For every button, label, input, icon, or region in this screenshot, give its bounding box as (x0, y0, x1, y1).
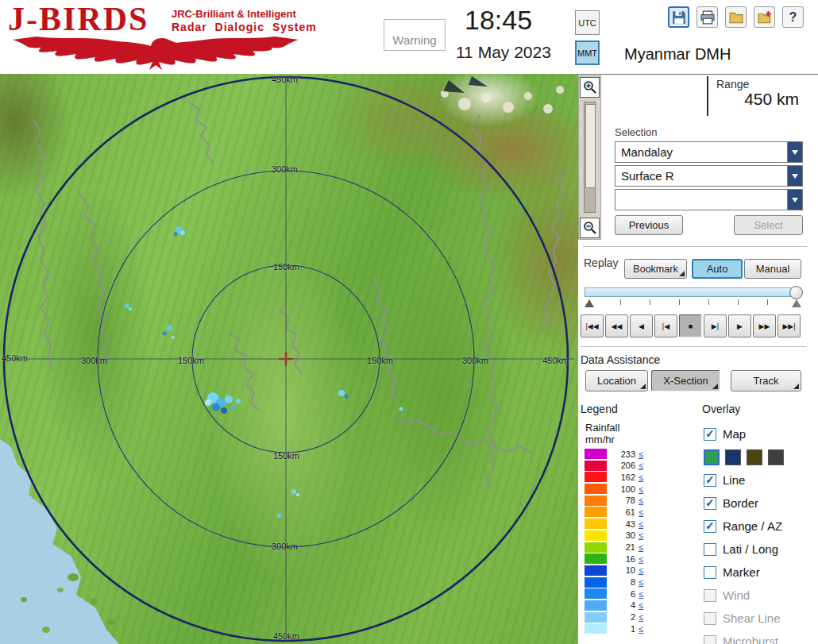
zoom-slider-thumb[interactable] (585, 104, 596, 188)
legend-lte-link[interactable]: ≤ (639, 565, 643, 575)
legend-lte-link[interactable]: ≤ (639, 589, 643, 599)
legend-value: 43 (607, 519, 637, 529)
previous-button[interactable]: Previous (615, 215, 683, 235)
zoom-out-button[interactable] (580, 218, 600, 238)
range-label: 300km (272, 164, 298, 174)
logo-subtitle-1: JRC-Brilliant & Intelligent (172, 8, 296, 20)
chevron-down-icon[interactable] (787, 190, 802, 210)
overlay-label: Shear Line (723, 611, 781, 625)
skip-end-button[interactable]: ▶▶| (777, 314, 801, 337)
help-button[interactable]: ? (782, 6, 804, 28)
timeline-handle[interactable] (789, 286, 803, 299)
folder-icon (729, 10, 743, 25)
timeline-start-marker[interactable] (585, 299, 594, 307)
skip-start-button[interactable]: |◀◀ (581, 314, 604, 337)
legend-color-swatch (585, 461, 607, 471)
legend-unit-rainfall: Rainfall (585, 422, 619, 434)
legend-color-swatch (585, 449, 607, 459)
utc-button[interactable]: UTC (575, 10, 600, 35)
legend-color-swatch (585, 577, 607, 588)
legend-color-swatch (585, 565, 607, 576)
overlay-row-shear-line: Shear Line (704, 607, 818, 630)
auto-button[interactable]: Auto (692, 259, 743, 279)
overlay-label: Wind (723, 588, 750, 602)
manual-button[interactable]: Manual (744, 259, 801, 279)
legend-lte-link[interactable]: ≤ (639, 496, 643, 505)
play-reverse-button[interactable]: ◀ (630, 314, 653, 337)
legend-lte-link[interactable]: ≤ (639, 554, 643, 564)
marker-checkbox[interactable] (704, 566, 716, 579)
track-button[interactable]: Track (731, 370, 801, 391)
option-dropdown[interactable] (615, 189, 803, 210)
map-color-gray[interactable] (768, 449, 784, 465)
timeline-track[interactable] (585, 287, 801, 297)
legend-color-swatch (585, 600, 607, 611)
border-checkbox[interactable] (704, 497, 716, 510)
step-back-button[interactable]: |◀ (654, 314, 677, 337)
site-dropdown[interactable]: Mandalay (615, 141, 803, 163)
shear-line-checkbox[interactable] (704, 612, 716, 625)
timeline-position-marker[interactable] (792, 299, 801, 307)
lati-long-checkbox[interactable] (704, 543, 716, 556)
play-button[interactable]: ▶ (728, 314, 751, 337)
replay-timeline (585, 286, 803, 313)
save-button[interactable] (668, 6, 689, 28)
map-color-green[interactable] (704, 449, 720, 465)
map-color-navy[interactable] (725, 449, 741, 465)
legend-row: 61≤ (585, 507, 643, 517)
warning-indicator[interactable]: Warning (384, 19, 446, 51)
mmt-button[interactable]: MMT (575, 40, 600, 65)
rain-echoes (125, 226, 403, 518)
bookmark-button[interactable]: Bookmark (624, 259, 687, 279)
legend-unit-mmhr: mm/hr (585, 434, 615, 445)
radar-map[interactable]: 450km 300km 150km 150km 300km 450km 450k… (0, 74, 578, 644)
overlay-label: Line (723, 473, 745, 487)
legend-lte-link[interactable]: ≤ (639, 472, 643, 482)
step-forward-button[interactable]: ▶| (704, 314, 727, 337)
legend-lte-link[interactable]: ≤ (639, 612, 643, 622)
legend-lte-link[interactable]: ≤ (639, 519, 643, 529)
map-color-olive[interactable] (747, 449, 762, 465)
x-section-button[interactable]: X-Section (651, 370, 720, 391)
legend-lte-link[interactable]: ≤ (639, 624, 643, 634)
chevron-down-icon[interactable] (787, 166, 802, 186)
legend-lte-link[interactable]: ≤ (639, 449, 643, 459)
legend-lte-link[interactable]: ≤ (639, 484, 643, 494)
legend-row: 16≤ (585, 553, 643, 564)
rewind-button[interactable]: ◀◀ (605, 314, 628, 337)
overlay-label: Border (723, 496, 758, 510)
wind-checkbox[interactable] (704, 589, 716, 602)
location-button[interactable]: Location (585, 370, 648, 391)
open-file-button[interactable] (725, 6, 747, 28)
zoom-in-button[interactable] (580, 77, 600, 98)
microburst-checkbox[interactable] (704, 635, 716, 644)
zoom-slider-track[interactable] (584, 102, 596, 213)
range-label: 450km (542, 356, 569, 365)
range-az-checkbox[interactable] (704, 520, 716, 533)
rainfall-legend: 233≤ 206≤ 162≤ 100≤ 78≤ 61≤ 43≤ 30≤ 21≤ … (585, 449, 643, 635)
fast-forward-button[interactable]: ▶▶ (753, 314, 776, 337)
separator (583, 246, 807, 248)
select-button[interactable]: Select (734, 215, 803, 235)
legend-value: 6 (607, 589, 637, 599)
save-icon (672, 10, 686, 25)
replay-label: Replay (584, 256, 619, 269)
line-checkbox[interactable] (704, 474, 716, 487)
legend-lte-link[interactable]: ≤ (639, 530, 643, 540)
print-button[interactable] (696, 6, 718, 28)
legend-lte-link[interactable]: ≤ (639, 542, 643, 552)
product-dropdown[interactable]: Surface R (615, 165, 803, 187)
map-checkbox[interactable] (704, 428, 716, 441)
overlay-row-microburst: Microburst (704, 630, 818, 644)
site-dropdown-value: Mandalay (615, 145, 787, 159)
chevron-down-icon[interactable] (787, 142, 802, 162)
range-label: 300km (272, 542, 298, 551)
legend-lte-link[interactable]: ≤ (639, 461, 643, 470)
import-button[interactable] (754, 6, 775, 28)
legend-row: 78≤ (585, 496, 643, 506)
playback-controls: |◀◀ ◀◀ ◀ |◀ ■ ▶| ▶ ▶▶ ▶▶| (581, 314, 801, 337)
legend-lte-link[interactable]: ≤ (639, 577, 643, 587)
legend-lte-link[interactable]: ≤ (639, 600, 643, 610)
stop-button[interactable]: ■ (679, 314, 702, 337)
legend-lte-link[interactable]: ≤ (639, 507, 643, 517)
